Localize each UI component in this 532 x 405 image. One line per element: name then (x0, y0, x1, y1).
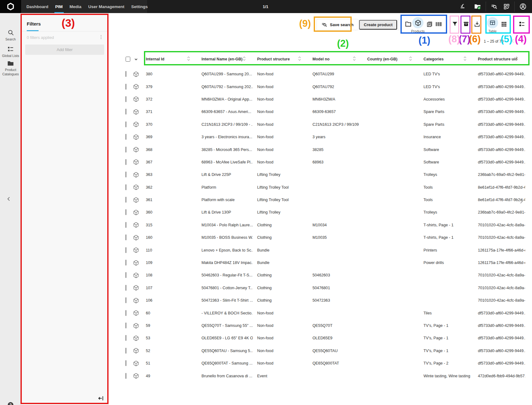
nav-item-user-management[interactable]: User Management (88, 0, 124, 13)
table-row-370[interactable]: 370C21N1613 2ICP3 / 99/109 - ...Non-food… (122, 118, 527, 131)
row-checkbox[interactable] (126, 335, 126, 341)
table-row-369[interactable]: 3693 years - Electronics insura...Non-fo… (122, 131, 527, 143)
filter-funnel-button[interactable] (451, 20, 459, 28)
row-checkbox[interactable] (126, 234, 126, 240)
collapse-panel-icon[interactable] (98, 395, 104, 401)
row-checkbox[interactable] (126, 209, 126, 215)
table-row-106[interactable]: 10650472363 - Slim-Fit T-Shirt ...Clothi… (122, 294, 527, 307)
row-checkbox[interactable] (126, 96, 126, 102)
table-row-110[interactable]: 110Lenovo + Epson, Back to Sc...BundlePr… (122, 244, 527, 256)
sort-icon[interactable] (515, 56, 518, 61)
table-row-363[interactable]: 363Lift & Drive 225PLifting TrolleyTroll… (122, 168, 527, 181)
kebab-menu-icon[interactable] (99, 35, 103, 40)
column-filter-input[interactable] (146, 64, 190, 64)
table-row-380[interactable]: 380Q60TAU299 - Samsung 20...Non-foodQ60T… (122, 68, 527, 80)
nav-item-settings[interactable]: Settings (131, 0, 148, 13)
table-row-379[interactable]: 379Q60TAU792 - Samsung 202...Non-foodQ60… (122, 80, 527, 93)
column-filter-input[interactable] (423, 64, 466, 64)
row-checkbox[interactable] (126, 147, 126, 153)
add-filter-button[interactable]: Add filter (25, 45, 104, 55)
row-checkbox[interactable] (126, 348, 126, 354)
column-filter-input[interactable] (478, 64, 518, 64)
table-row-361[interactable]: 361Platform with scaleLifting Trolley To… (122, 194, 527, 206)
row-checkbox[interactable] (126, 222, 126, 228)
row-checkbox[interactable] (126, 71, 126, 77)
table-row-51[interactable]: 51QE65Q800TAT - Samsung ...Non-foodQE65Q… (122, 357, 527, 370)
sidebar-collapse-chevron-icon[interactable] (6, 196, 11, 203)
table-row-52[interactable]: 52QE55Q60TAU - Samsung 5...Non-foodQE55Q… (122, 345, 527, 357)
table-row-107[interactable]: 10750476801 - Cotton-Jersey T...Clothing… (122, 282, 527, 294)
product-cube-icon (130, 373, 141, 379)
table-row-315[interactable]: 315M10034 - Polo Ralph Laure...ClothingM… (122, 219, 527, 231)
barcode-view-button[interactable] (435, 20, 443, 28)
previous-page-icon[interactable] (511, 39, 515, 43)
account-icon[interactable] (519, 3, 527, 10)
row-checkbox[interactable] (126, 159, 126, 165)
select-all-checkbox[interactable] (126, 57, 130, 62)
sort-icon[interactable] (187, 56, 190, 61)
table-row-53[interactable]: 53OLED65E9 - LG 65" E9 4K O...Non-foodOL… (122, 332, 527, 344)
sort-icon[interactable] (409, 56, 412, 61)
table-row-368[interactable]: 36838285 - Microsoft 365 Pers...Non-food… (122, 143, 527, 156)
table-row-108[interactable]: 10850462603 - Regular-Fit T-S...Clothing… (122, 269, 527, 281)
row-checkbox[interactable] (126, 121, 126, 127)
row-checkbox[interactable] (126, 310, 126, 316)
table-row-49[interactable]: 49Brunello from Casanova di ...EventWint… (122, 370, 527, 382)
column-filter-input[interactable] (367, 64, 412, 64)
row-checkbox[interactable] (126, 360, 126, 366)
row-checkbox[interactable] (126, 109, 126, 115)
export-download-button[interactable] (473, 20, 481, 28)
sort-icon[interactable] (298, 56, 301, 61)
row-checkbox[interactable] (126, 272, 126, 278)
row-checkbox[interactable] (126, 260, 126, 266)
products-view-button[interactable] (412, 17, 423, 28)
sort-icon[interactable] (353, 56, 356, 61)
sort-icon[interactable] (463, 56, 467, 61)
scroll-right-chevron-icon[interactable] (519, 197, 524, 205)
row-checkbox[interactable] (126, 285, 126, 291)
table-row-160[interactable]: 160M10035 - BOSS Business W...ClothingM1… (122, 231, 527, 244)
select-menu-chevron-icon[interactable] (130, 52, 141, 66)
table-row-360[interactable]: 360Lift & Drive 130PLifting TrolleyTroll… (122, 206, 527, 219)
table-row-109[interactable]: 109Makita DHP484Z 18V Impac...BundlePowe… (122, 257, 527, 269)
row-checkbox[interactable] (126, 184, 126, 190)
nav-item-pim[interactable]: PIM (55, 0, 63, 13)
catalogue-folder-view-button[interactable] (404, 20, 412, 28)
row-checkbox[interactable] (126, 373, 126, 379)
table-row-372[interactable]: 372MN6H3ZM/A - Original App...Non-foodMN… (122, 93, 527, 106)
archive-button[interactable] (462, 20, 470, 28)
folder-check-icon[interactable] (474, 3, 481, 10)
import-icon[interactable] (459, 3, 466, 10)
create-product-button[interactable]: Create product (359, 20, 397, 30)
grid-view-button[interactable] (500, 20, 508, 28)
table-row-60[interactable]: 60- VILLEROY & BOCH Sectio...Non-foodTil… (122, 307, 527, 319)
saved-search-icon[interactable] (491, 3, 497, 10)
table-row-371[interactable]: 37166309-63657 - Asus Ameri...Non-food66… (122, 106, 527, 118)
table-row-59[interactable]: 59QE55Q70T - Samsung 55" ...Non-foodQE55… (122, 319, 527, 332)
row-checkbox[interactable] (126, 172, 126, 177)
row-checkbox[interactable] (126, 323, 126, 328)
tasks-grid-check-icon[interactable] (503, 3, 510, 10)
catalogue-list-view-button[interactable] (425, 20, 433, 28)
sort-icon[interactable] (243, 56, 246, 61)
row-checkbox[interactable] (126, 84, 126, 90)
table-row-367[interactable]: 36768963 - McAfee LiveSafe Pl...Non-food… (122, 156, 527, 168)
row-checkbox[interactable] (126, 197, 126, 203)
split-rows-view-button[interactable] (518, 20, 526, 28)
nav-item-dashboard[interactable]: Dashboard (26, 0, 49, 13)
nav-item-media[interactable]: Media (70, 0, 81, 13)
row-checkbox[interactable] (126, 297, 126, 303)
save-search-button[interactable]: Save search (317, 19, 359, 30)
sidebar-item-search[interactable]: Search (0, 29, 21, 42)
row-checkbox[interactable] (126, 247, 126, 253)
column-filter-input[interactable] (312, 64, 355, 64)
app-logo[interactable] (0, 0, 21, 13)
row-checkbox[interactable] (126, 134, 126, 140)
column-filter-input[interactable] (257, 64, 301, 64)
sidebar-item-help[interactable]: ? Help (0, 402, 21, 405)
sidebar-item-global-lists[interactable]: Global Lists (0, 46, 21, 58)
table-row-362[interactable]: 362PlatformLifting Trolley ToolTools8e61… (122, 181, 527, 194)
column-filter-input[interactable] (201, 64, 245, 64)
sidebar-item-product-catalogues[interactable]: Product Catalogues (0, 60, 21, 76)
table-view-button[interactable] (487, 17, 498, 28)
